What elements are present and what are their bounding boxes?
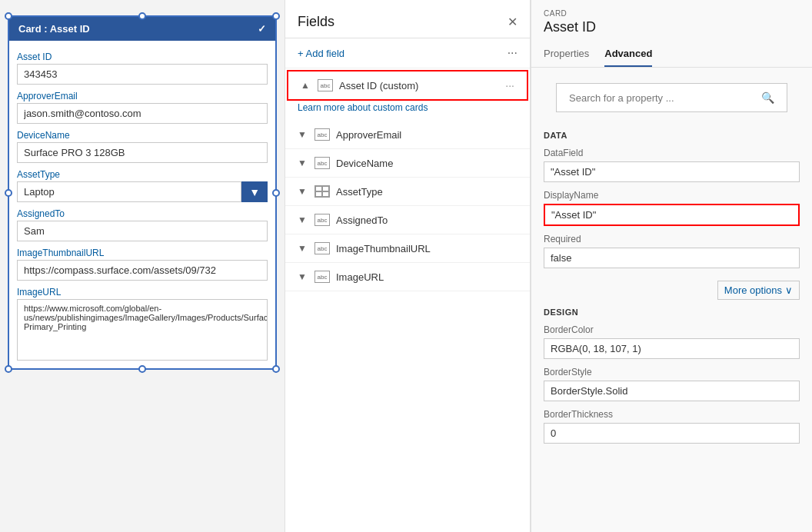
field-item-inner-device-name: ▼ abc DeviceName [298, 157, 517, 169]
prop-value-required[interactable] [544, 248, 800, 268]
field-icon-box-asset-id: abc [318, 79, 333, 91]
fields-header: Fields ✕ [285, 0, 530, 38]
card-container: Card : Asset ID ✓ Asset ID Approv [8, 15, 277, 370]
search-icon: 🔍 [761, 91, 774, 104]
field-asset-id: Asset ID [17, 52, 268, 85]
field-image-url: ImageURL https://www.microsoft.com/globa… [17, 287, 268, 361]
field-input-asset-id[interactable] [17, 64, 268, 85]
prop-value-datafield[interactable] [544, 161, 800, 182]
add-field-button[interactable]: + Add field [298, 48, 344, 59]
search-row: 🔍 [556, 83, 787, 112]
card-body: Asset ID ApproverEmail DeviceName AssetT… [9, 41, 275, 368]
card-header: Card : Asset ID ✓ [9, 17, 275, 41]
expand-icon-device-name: ▼ [298, 158, 308, 168]
field-icon-box-image-url: abc [314, 271, 330, 283]
select-arrow-btn-asset-type[interactable]: ▼ [241, 181, 268, 202]
expand-icon-asset-id: ▲ [301, 80, 311, 91]
tabs-row: Properties Advanced [531, 42, 812, 68]
field-item-inner-assigned-to: ▼ abc AssignedTo [298, 214, 517, 226]
prop-label-border-color: BorderColor [544, 324, 800, 335]
field-assigned-to: AssignedTo [17, 208, 268, 241]
field-label-asset-type: AssetType [17, 169, 268, 180]
field-label-device-name: DeviceName [17, 130, 268, 141]
prop-value-displayname[interactable] [544, 204, 800, 226]
field-input-device-name[interactable] [17, 142, 268, 163]
field-input-assigned-to[interactable] [17, 221, 268, 241]
left-panel: Card : Asset ID ✓ Asset ID Approv [0, 0, 285, 532]
field-item-image-url[interactable]: ▼ abc ImageURL [285, 263, 530, 291]
middle-panel: Fields ✕ + Add field ··· ▲ abc Asset ID … [285, 0, 531, 532]
tab-properties[interactable]: Properties [544, 42, 589, 67]
field-input-image-url[interactable]: https://www.microsoft.com/global/en-us/n… [17, 299, 268, 361]
field-dots-asset-id[interactable]: ··· [505, 79, 514, 91]
field-name-device-name: DeviceName [336, 158, 517, 169]
field-icon-box-assigned-to: abc [314, 214, 330, 226]
field-item-inner-approver-email: ▼ abc ApproverEmail [298, 128, 517, 141]
fields-title: Fields [298, 14, 334, 30]
more-options-container: More options ∨ [544, 274, 800, 300]
field-item-asset-type[interactable]: ▼ AssetType [285, 178, 530, 206]
card-header-checkmark: ✓ [258, 23, 266, 35]
field-select-wrapper-asset-type: ▼ [17, 181, 268, 202]
prop-label-datafield: DataField [544, 148, 800, 158]
field-asset-type: AssetType ▼ [17, 169, 268, 202]
search-input[interactable] [569, 92, 761, 104]
field-item-inner-asset-type: ▼ AssetType [298, 185, 517, 198]
right-panel: CARD Asset ID Properties Advanced 🔍 DATA… [531, 0, 812, 532]
right-header-title: Asset ID [544, 19, 800, 35]
field-name-assigned-to: AssignedTo [336, 214, 517, 226]
search-container: 🔍 [531, 68, 812, 112]
field-icon-box-device-name: abc [314, 157, 330, 169]
field-label-assigned-to: AssignedTo [17, 208, 268, 219]
right-header: CARD Asset ID [531, 0, 812, 42]
expand-icon-asset-type: ▼ [298, 186, 308, 197]
field-label-image-thumbnail-url: ImageThumbnailURL [17, 248, 268, 258]
field-name-approver-email: ApproverEmail [336, 129, 517, 141]
more-options-label: More options [724, 284, 782, 296]
field-input-asset-type[interactable] [17, 181, 241, 202]
field-input-approver-email[interactable] [17, 103, 268, 124]
field-label-image-url: ImageURL [17, 287, 268, 298]
field-item-inner-asset-id: ▲ abc Asset ID (custom) ··· [301, 79, 514, 91]
add-field-row: + Add field ··· [285, 38, 530, 68]
expand-icon-image-url: ▼ [298, 271, 308, 282]
card-header-title: Card : Asset ID [18, 23, 90, 35]
right-body: DATA DataField DisplayName Required More… [531, 112, 812, 532]
expand-icon-assigned-to: ▼ [298, 214, 308, 225]
more-options-chevron: ∨ [785, 284, 793, 296]
field-label-asset-id: Asset ID [17, 52, 268, 62]
field-device-name: DeviceName [17, 130, 268, 163]
prop-label-required: Required [544, 234, 800, 244]
field-name-image-thumbnail-url: ImageThumbnailURL [336, 243, 517, 254]
prop-label-border-thickness: BorderThickness [544, 409, 800, 420]
more-options-button[interactable]: More options ∨ [717, 281, 800, 300]
field-input-image-thumbnail-url[interactable] [17, 260, 268, 281]
prop-value-border-thickness[interactable] [544, 423, 800, 444]
right-header-label: CARD [544, 9, 800, 18]
section-title-data: DATA [544, 131, 800, 140]
field-name-asset-id-custom: Asset ID (custom) [339, 80, 499, 91]
field-item-asset-id-custom[interactable]: ▲ abc Asset ID (custom) ··· [287, 70, 528, 101]
section-title-design: DESIGN [544, 308, 800, 317]
tab-advanced[interactable]: Advanced [604, 42, 652, 67]
field-item-image-thumbnail-url[interactable]: ▼ abc ImageThumbnailURL [285, 234, 530, 263]
expand-icon-image-thumbnail-url: ▼ [298, 243, 308, 254]
field-item-assigned-to[interactable]: ▼ abc AssignedTo [285, 206, 530, 234]
prop-label-displayname: DisplayName [544, 190, 800, 201]
field-icon-grid-asset-type [314, 185, 330, 198]
field-icon-box-approver-email: abc [314, 128, 330, 141]
field-item-inner-image-url: ▼ abc ImageURL [298, 271, 517, 283]
custom-card-note[interactable]: Learn more about custom cards [285, 102, 530, 121]
field-item-inner-image-thumbnail-url: ▼ abc ImageThumbnailURL [298, 242, 517, 254]
prop-value-border-style[interactable] [544, 381, 800, 401]
field-label-approver-email: ApproverEmail [17, 91, 268, 101]
field-approver-email: ApproverEmail [17, 91, 268, 124]
asset-id-label-text: Asset ID [17, 52, 52, 62]
prop-value-border-color[interactable] [544, 338, 800, 359]
fields-close-button[interactable]: ✕ [508, 15, 517, 29]
add-field-more-button[interactable]: ··· [508, 46, 517, 60]
field-name-asset-type: AssetType [336, 186, 517, 198]
field-image-thumbnail-url: ImageThumbnailURL [17, 248, 268, 281]
field-item-device-name[interactable]: ▼ abc DeviceName [285, 149, 530, 178]
field-item-approver-email[interactable]: ▼ abc ApproverEmail [285, 121, 530, 149]
